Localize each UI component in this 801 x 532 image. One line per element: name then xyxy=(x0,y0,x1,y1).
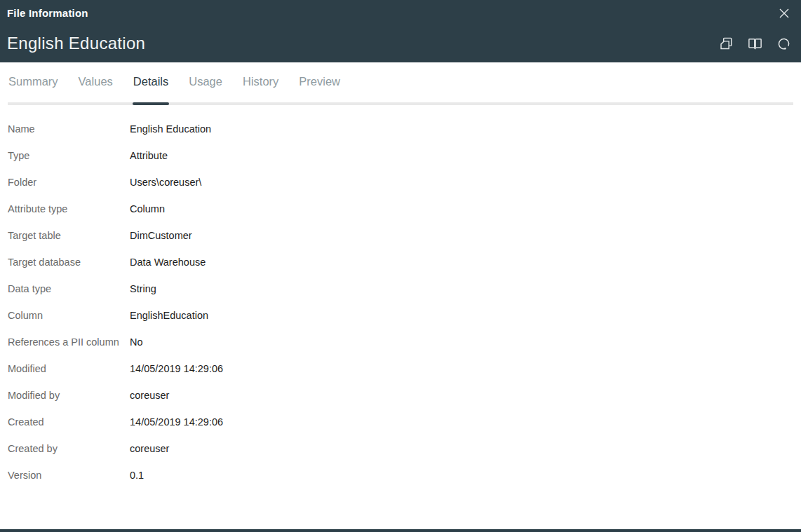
detail-value: No xyxy=(130,336,143,348)
detail-value: 14/05/2019 14:29:06 xyxy=(130,416,223,428)
dialog-title-bar: File Information xyxy=(0,0,801,25)
tab-summary[interactable]: Summary xyxy=(8,75,59,105)
header-actions xyxy=(718,35,794,53)
object-name-title: English Education xyxy=(7,34,145,53)
detail-label: Created by xyxy=(8,443,130,454)
detail-row-type: Type Attribute xyxy=(8,142,793,169)
detail-row-modified-by: Modified by coreuser xyxy=(8,382,793,409)
detail-value: coreuser xyxy=(130,443,169,454)
dialog-bottom-edge xyxy=(0,529,801,532)
detail-value: Users\coreuser\ xyxy=(130,177,201,188)
detail-value: Data Warehouse xyxy=(130,257,206,268)
details-panel: Name English Education Type Attribute Fo… xyxy=(0,105,801,489)
tab-usage[interactable]: Usage xyxy=(188,75,223,105)
detail-value: 14/05/2019 14:29:06 xyxy=(130,363,223,374)
close-button[interactable] xyxy=(776,5,793,22)
tab-history[interactable]: History xyxy=(242,75,279,105)
detail-label: Target table xyxy=(8,230,130,241)
object-header-row: English Education xyxy=(0,25,801,62)
detail-row-pii: References a PII column No xyxy=(8,329,793,355)
detail-value: coreuser xyxy=(130,390,169,401)
detail-label: Created xyxy=(8,416,130,428)
detail-row-data-type: Data type String xyxy=(8,275,793,302)
detail-value: Column xyxy=(130,203,165,214)
detail-label: Modified xyxy=(8,363,130,374)
data-dictionary-button[interactable] xyxy=(746,35,764,53)
detail-row-created: Created 14/05/2019 14:29:06 xyxy=(8,409,793,435)
dialog-header: File Information English Education xyxy=(0,0,801,62)
detail-label: References a PII column xyxy=(8,336,130,348)
detail-row-column: Column EnglishEducation xyxy=(8,302,793,329)
detail-row-created-by: Created by coreuser xyxy=(8,435,793,462)
detail-row-target-database: Target database Data Warehouse xyxy=(8,249,793,275)
tab-details[interactable]: Details xyxy=(133,75,169,105)
tab-values[interactable]: Values xyxy=(78,75,114,105)
detail-value: EnglishEducation xyxy=(130,310,208,321)
detail-label: Name xyxy=(8,123,130,135)
detail-value: DimCustomer xyxy=(130,230,192,241)
tab-bar: Summary Values Details Usage History Pre… xyxy=(0,62,801,105)
open-book-icon xyxy=(747,36,763,52)
detail-row-name: Name English Education xyxy=(8,116,793,142)
detail-label: Target database xyxy=(8,257,130,268)
detail-row-attribute-type: Attribute type Column xyxy=(8,196,793,222)
copy-button[interactable] xyxy=(718,35,735,53)
detail-value: English Education xyxy=(130,123,211,135)
tabbar-baseline xyxy=(8,102,793,105)
detail-row-folder: Folder Users\coreuser\ xyxy=(8,169,793,196)
detail-row-version: Version 0.1 xyxy=(8,462,793,489)
detail-label: Data type xyxy=(8,283,130,294)
detail-label: Column xyxy=(8,310,130,321)
refresh-button[interactable] xyxy=(775,35,793,53)
detail-label: Type xyxy=(8,150,130,161)
file-information-dialog: File Information English Education xyxy=(0,0,801,532)
detail-label: Folder xyxy=(8,177,130,188)
detail-value: Attribute xyxy=(130,150,168,161)
detail-value: String xyxy=(130,283,156,294)
detail-value: 0.1 xyxy=(130,470,144,481)
dialog-title: File Information xyxy=(7,6,88,19)
refresh-icon xyxy=(776,36,792,52)
copy-icon xyxy=(718,36,734,52)
detail-label: Version xyxy=(8,470,130,481)
detail-row-modified: Modified 14/05/2019 14:29:06 xyxy=(8,355,793,382)
tab-preview[interactable]: Preview xyxy=(298,75,341,105)
detail-label: Modified by xyxy=(8,390,130,401)
close-icon xyxy=(777,6,791,20)
detail-label: Attribute type xyxy=(8,203,130,214)
detail-row-target-table: Target table DimCustomer xyxy=(8,222,793,249)
